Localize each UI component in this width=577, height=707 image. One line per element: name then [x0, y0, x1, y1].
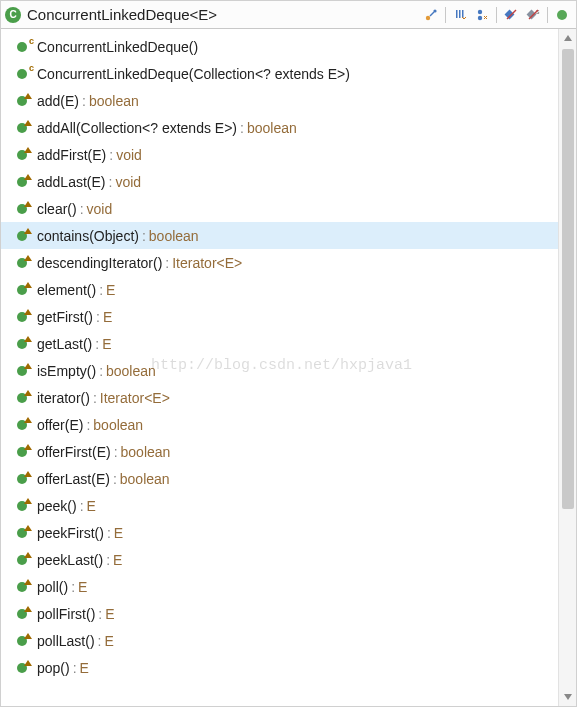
public-method-icon [15, 120, 33, 136]
member-row[interactable]: peek():E [1, 492, 558, 519]
return-separator: : [113, 471, 117, 487]
member-row[interactable]: getLast():E [1, 330, 558, 357]
return-type: E [105, 606, 114, 622]
return-separator: : [80, 498, 84, 514]
return-type: E [114, 525, 123, 541]
scroll-thumb[interactable] [562, 49, 574, 509]
member-row[interactable]: offer(E):boolean [1, 411, 558, 438]
return-separator: : [240, 120, 244, 136]
member-signature: addAll(Collection<? extends E>) [37, 120, 237, 136]
public-method-icon [15, 606, 33, 622]
svg-point-5 [478, 9, 482, 13]
return-separator: : [95, 336, 99, 352]
class-name: ConcurrentLinkedDeque<E> [27, 6, 421, 23]
member-signature: ConcurrentLinkedDeque() [37, 39, 198, 55]
member-row[interactable]: offerFirst(E):boolean [1, 438, 558, 465]
return-type: void [116, 147, 142, 163]
member-signature: iterator() [37, 390, 90, 406]
svg-point-1 [433, 9, 436, 12]
public-method-icon [15, 552, 33, 568]
member-signature: offerLast(E) [37, 471, 110, 487]
svg-point-0 [426, 15, 430, 19]
toolbar-separator [496, 7, 497, 23]
member-signature: contains(Object) [37, 228, 139, 244]
return-type: E [87, 498, 96, 514]
member-row[interactable]: getFirst():E [1, 303, 558, 330]
member-row[interactable]: iterator():Iterator<E> [1, 384, 558, 411]
outline-toolbar: s [421, 5, 572, 25]
outline-body: cConcurrentLinkedDeque()cConcurrentLinke… [1, 29, 576, 706]
member-signature: peekLast() [37, 552, 103, 568]
member-signature: getLast() [37, 336, 92, 352]
hide-non-public-button[interactable]: s [523, 5, 543, 25]
member-row[interactable]: pop():E [1, 654, 558, 681]
constructor-icon: c [15, 66, 33, 82]
member-row[interactable]: pollLast():E [1, 627, 558, 654]
member-row[interactable]: addAll(Collection<? extends E>):boolean [1, 114, 558, 141]
return-type: void [87, 201, 113, 217]
return-separator: : [165, 255, 169, 271]
hide-static-button[interactable] [501, 5, 521, 25]
hide-local-types-button[interactable] [552, 5, 572, 25]
return-separator: : [98, 633, 102, 649]
member-row[interactable]: contains(Object):boolean [1, 222, 558, 249]
focus-active-task-button[interactable] [421, 5, 441, 25]
public-method-icon [15, 201, 33, 217]
public-method-icon [15, 309, 33, 325]
return-separator: : [71, 579, 75, 595]
member-row[interactable]: peekLast():E [1, 546, 558, 573]
sort-button[interactable] [450, 5, 470, 25]
return-type: Iterator<E> [172, 255, 242, 271]
return-separator: : [114, 444, 118, 460]
svg-rect-3 [459, 10, 461, 18]
member-row[interactable]: add(E):boolean [1, 87, 558, 114]
member-signature: pollLast() [37, 633, 95, 649]
constructor-icon: c [15, 39, 33, 55]
member-row[interactable]: cConcurrentLinkedDeque(Collection<? exte… [1, 60, 558, 87]
member-row[interactable]: cConcurrentLinkedDeque() [1, 33, 558, 60]
public-method-icon [15, 471, 33, 487]
svg-rect-2 [456, 10, 458, 18]
member-list[interactable]: cConcurrentLinkedDeque()cConcurrentLinke… [1, 29, 558, 706]
member-row[interactable]: isEmpty():boolean [1, 357, 558, 384]
member-row[interactable]: descendingIterator():Iterator<E> [1, 249, 558, 276]
member-signature: getFirst() [37, 309, 93, 325]
public-method-icon [15, 417, 33, 433]
return-separator: : [109, 147, 113, 163]
svg-point-12 [557, 10, 567, 20]
return-type: boolean [106, 363, 156, 379]
return-separator: : [99, 363, 103, 379]
member-signature: element() [37, 282, 96, 298]
return-type: void [115, 174, 141, 190]
member-row[interactable]: pollFirst():E [1, 600, 558, 627]
member-row[interactable]: addLast(E):void [1, 168, 558, 195]
hide-fields-button[interactable] [472, 5, 492, 25]
member-row[interactable]: offerLast(E):boolean [1, 465, 558, 492]
return-separator: : [73, 660, 77, 676]
member-row[interactable]: peekFirst():E [1, 519, 558, 546]
return-type: Iterator<E> [100, 390, 170, 406]
member-signature: addFirst(E) [37, 147, 106, 163]
member-row[interactable]: addFirst(E):void [1, 141, 558, 168]
public-method-icon [15, 228, 33, 244]
member-signature: ConcurrentLinkedDeque(Collection<? exten… [37, 66, 350, 82]
return-type: E [113, 552, 122, 568]
return-separator: : [107, 525, 111, 541]
return-type: boolean [93, 417, 143, 433]
class-icon: C [5, 7, 21, 23]
member-signature: offerFirst(E) [37, 444, 111, 460]
return-separator: : [99, 282, 103, 298]
member-signature: pop() [37, 660, 70, 676]
return-separator: : [98, 606, 102, 622]
member-row[interactable]: poll():E [1, 573, 558, 600]
member-row[interactable]: element():E [1, 276, 558, 303]
scroll-down-button[interactable] [559, 688, 576, 706]
return-type: E [106, 282, 115, 298]
return-type: E [104, 633, 113, 649]
public-method-icon [15, 525, 33, 541]
return-type: boolean [149, 228, 199, 244]
vertical-scrollbar[interactable] [558, 29, 576, 706]
scroll-up-button[interactable] [559, 29, 576, 47]
member-row[interactable]: clear():void [1, 195, 558, 222]
public-method-icon [15, 444, 33, 460]
